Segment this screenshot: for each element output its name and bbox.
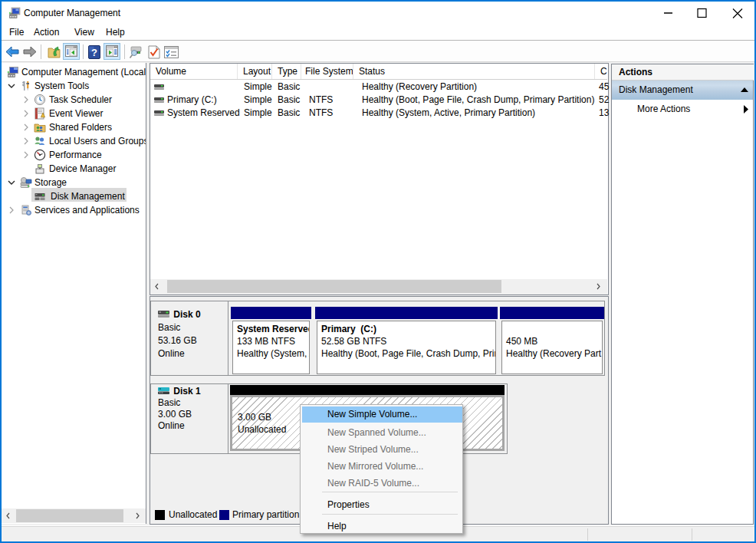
- svg-text:?: ?: [91, 47, 97, 58]
